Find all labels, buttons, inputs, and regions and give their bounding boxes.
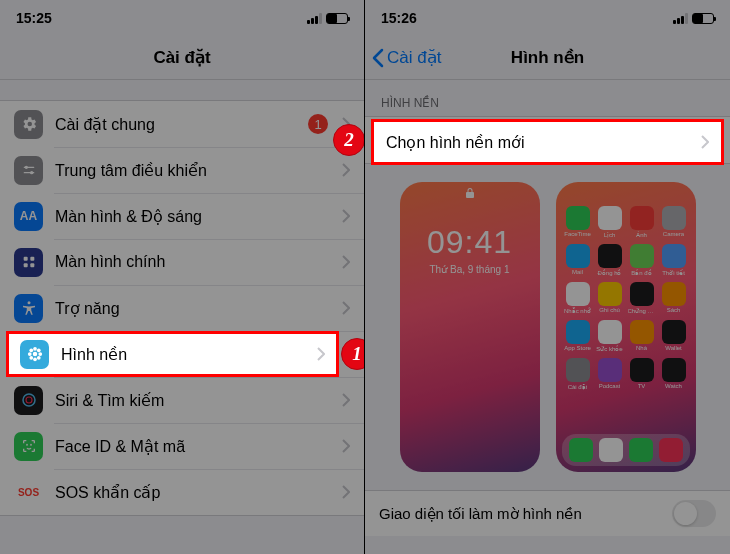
status-icons	[673, 13, 714, 24]
app-preview: Bản đồ	[628, 244, 656, 276]
row-display[interactable]: AA Màn hình & Độ sáng	[0, 193, 364, 239]
battery-icon	[692, 13, 714, 24]
wallpaper-list: Chọn hình nền mới	[365, 116, 730, 164]
svg-point-11	[27, 357, 31, 361]
signal-icon	[307, 13, 322, 24]
svg-point-17	[30, 356, 34, 360]
step-marker-1: 1	[341, 338, 365, 370]
chevron-right-icon	[342, 485, 350, 499]
status-time: 15:26	[381, 10, 417, 26]
row-home-screen[interactable]: Màn hình chính	[0, 239, 364, 285]
row-label: Siri & Tìm kiếm	[55, 391, 334, 410]
row-label: Hình nền	[55, 345, 334, 364]
nav-bar: Cài đặt	[0, 36, 364, 80]
svg-rect-5	[30, 257, 34, 261]
app-preview: Wallet	[660, 320, 688, 352]
app-preview: Podcast	[596, 358, 624, 390]
app-preview: Đồng hồ	[596, 244, 624, 276]
grid-icon	[14, 248, 43, 277]
row-label: SOS khẩn cấp	[55, 483, 334, 502]
chevron-right-icon	[342, 393, 350, 407]
app-preview: Ảnh	[628, 206, 656, 238]
app-preview: Thời tiết	[660, 244, 688, 276]
app-preview: Cài đặt	[564, 358, 592, 390]
app-preview: Ghi chú	[596, 282, 624, 314]
chevron-left-icon	[371, 48, 385, 68]
signal-icon	[673, 13, 688, 24]
accessibility-icon	[14, 294, 43, 323]
nav-bar: Cài đặt Hình nền	[365, 36, 730, 80]
faceid-icon	[14, 432, 43, 461]
svg-rect-3	[23, 172, 34, 173]
app-preview: Camera	[660, 206, 688, 238]
app-preview: TV	[628, 358, 656, 390]
row-label: Cài đặt chung	[55, 115, 308, 134]
svg-rect-6	[23, 263, 27, 267]
row-accessibility[interactable]: Trợ năng	[0, 285, 364, 331]
app-preview: Nhắc nhở	[564, 282, 592, 314]
chevron-right-icon	[342, 255, 350, 269]
row-label: Trợ năng	[55, 299, 334, 318]
battery-icon	[326, 13, 348, 24]
back-button[interactable]: Cài đặt	[371, 36, 441, 79]
wallpaper-screen: 15:26 Cài đặt Hình nền HÌNH NỀN Chọn hìn…	[365, 0, 730, 554]
chevron-right-icon	[342, 301, 350, 315]
svg-point-13	[32, 352, 36, 356]
svg-point-16	[23, 356, 27, 360]
row-choose-wallpaper[interactable]: Chọn hình nền mới	[365, 117, 730, 163]
svg-point-14	[23, 348, 27, 352]
page-title: Cài đặt	[153, 47, 210, 68]
status-bar: 15:26	[365, 0, 730, 36]
row-label: Màn hình & Độ sáng	[55, 207, 334, 226]
app-preview: Lịch	[596, 206, 624, 238]
svg-rect-7	[30, 263, 34, 267]
app-preview: Mail	[564, 244, 592, 276]
app-preview: Nhà	[628, 320, 656, 352]
row-sos[interactable]: SOS SOS khẩn cấp	[0, 469, 364, 515]
text-size-icon: AA	[14, 202, 43, 231]
app-preview: Sách	[660, 282, 688, 314]
page-title: Hình nền	[511, 47, 584, 68]
svg-point-10	[27, 347, 31, 351]
row-wallpaper[interactable]: Hình nền	[0, 331, 364, 377]
chevron-right-icon	[708, 133, 716, 147]
row-label: Chọn hình nền mới	[379, 131, 700, 150]
app-preview: FaceTime	[564, 206, 592, 238]
settings-screen: 15:25 Cài đặt Cài đặt chung 1 Trung tâm …	[0, 0, 365, 554]
svg-rect-4	[23, 257, 27, 261]
lock-icon	[463, 186, 477, 200]
svg-point-20	[26, 444, 27, 445]
status-icons	[307, 13, 348, 24]
sliders-icon	[14, 156, 43, 185]
lock-screen-preview[interactable]: 09:41 Thứ Ba, 9 tháng 1	[400, 182, 540, 472]
svg-point-21	[30, 444, 31, 445]
settings-list: Cài đặt chung 1 Trung tâm điều khiển AA …	[0, 100, 364, 516]
flower-icon	[14, 340, 43, 369]
row-control-center[interactable]: Trung tâm điều khiển	[0, 147, 364, 193]
step-marker-2: 2	[333, 124, 365, 156]
back-label: Cài đặt	[387, 47, 441, 68]
sos-icon: SOS	[14, 478, 43, 507]
svg-point-8	[27, 301, 30, 304]
svg-point-18	[23, 394, 35, 406]
svg-point-19	[26, 397, 32, 403]
lock-date: Thứ Ba, 9 tháng 1	[400, 264, 540, 275]
row-label: Face ID & Mật mã	[55, 437, 334, 456]
chevron-right-icon	[342, 163, 350, 177]
notification-badge: 1	[308, 114, 328, 134]
status-bar: 15:25	[0, 0, 364, 36]
app-preview: Watch	[660, 358, 688, 390]
app-preview: App Store	[564, 320, 592, 352]
row-faceid[interactable]: Face ID & Mật mã	[0, 423, 364, 469]
toggle-switch[interactable]	[672, 500, 716, 527]
svg-point-9	[26, 352, 31, 357]
row-siri[interactable]: Siri & Tìm kiếm	[0, 377, 364, 423]
home-screen-preview[interactable]: FaceTimeLịchẢnhCameraMailĐồng hồBản đồTh…	[556, 182, 696, 472]
lock-time: 09:41	[400, 224, 540, 261]
row-dark-dim: Giao diện tối làm mờ hình nền	[365, 490, 730, 536]
row-general[interactable]: Cài đặt chung 1	[0, 101, 364, 147]
chevron-right-icon	[342, 209, 350, 223]
wallpaper-previews: 09:41 Thứ Ba, 9 tháng 1 FaceTimeLịchẢnhC…	[365, 164, 730, 490]
row-label: Màn hình chính	[55, 253, 334, 271]
svg-point-12	[21, 352, 25, 356]
